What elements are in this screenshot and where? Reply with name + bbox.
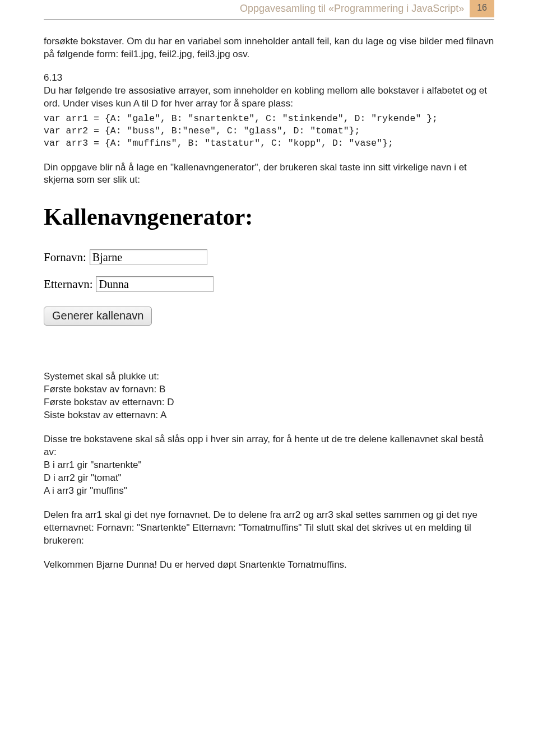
generate-button[interactable]: Generer kallenavn [44,307,152,326]
pickout-line: Første bokstav av etternavn: D [44,396,494,409]
etternavn-label: Etternavn: [44,277,92,291]
form-heading: Kallenavngenerator: [44,203,494,230]
code-line: var arr1 = {A: "gale", B: "snartenkte", … [44,113,438,124]
lookup-section: Disse tre bokstavene skal så slås opp i … [44,433,494,498]
paragraph-arrays-intro: Du har følgende tre assosiative arrayer,… [44,85,494,110]
fornavn-input[interactable] [90,249,207,265]
page-number: 16 [470,0,494,17]
lookup-line: B i arr1 gir "snartenkte" [44,459,494,472]
lookup-intro: Disse tre bokstavene skal så slås opp i … [44,433,494,459]
section-number: 6.13 [44,72,494,84]
form-row-fornavn: Fornavn: [44,249,494,265]
fornavn-label: Fornavn: [44,251,86,265]
page-header: Oppgavesamling til «Programmering i Java… [44,0,494,17]
pickout-section: Systemet skal så plukke ut: Første bokst… [44,370,494,422]
form-row-etternavn: Etternavn: [44,276,494,292]
lookup-line: D i arr2 gir "tomat" [44,472,494,485]
pickout-line: Første bokstav av fornavn: B [44,383,494,396]
code-line: var arr3 = {A: "muffins", B: "tastatur",… [44,138,393,149]
header-divider [44,19,494,20]
pickout-intro: Systemet skal så plukke ut: [44,370,494,383]
pickout-line: Siste bokstav av etternavn: A [44,409,494,422]
code-line: var arr2 = {A: "buss", B:"nese", C: "gla… [44,126,360,136]
paragraph-intro-continued: forsøkte bokstaver. Om du har en variabe… [44,35,494,61]
paragraph-welcome: Velkommen Bjarne Dunna! Du er herved døp… [44,559,494,572]
header-title: Oppgavesamling til «Programmering i Java… [240,0,470,17]
paragraph-task: Din oppgave blir nå å lage en "kallenavn… [44,161,494,187]
etternavn-input[interactable] [96,276,214,292]
form-example: Kallenavngenerator: Fornavn: Etternavn: … [44,203,494,326]
code-block: var arr1 = {A: "gale", B: "snartenkte", … [44,113,494,150]
paragraph-result-explain: Delen fra arr1 skal gi det nye fornavnet… [44,509,494,548]
lookup-line: A i arr3 gir "muffins" [44,485,494,498]
